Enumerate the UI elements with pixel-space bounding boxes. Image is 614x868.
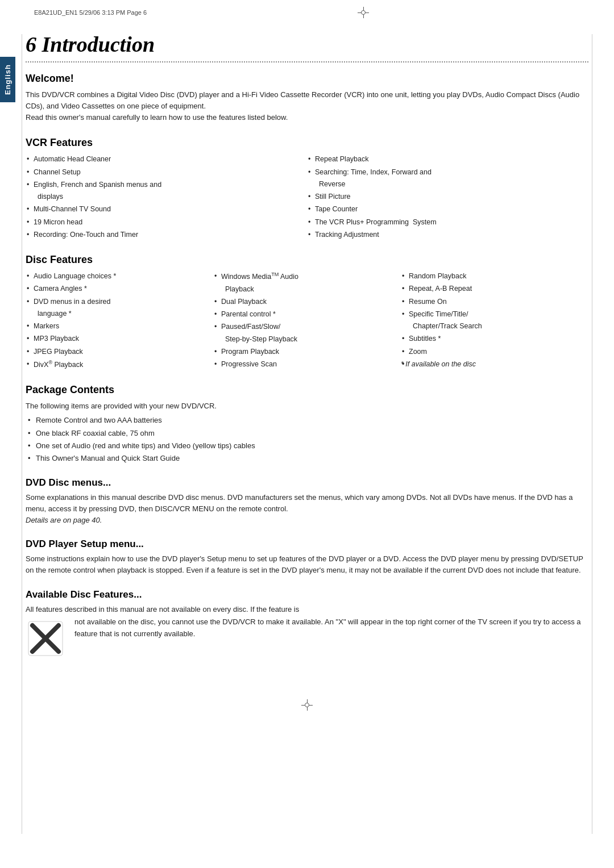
list-item: Multi-Channel TV Sound (26, 203, 307, 215)
list-item: Progressive Scan (213, 358, 401, 370)
available-disc-features-section: Available Disc Features... All features … (26, 589, 588, 659)
list-item: Subtitles * (401, 333, 588, 345)
list-item: DivX® Playback (26, 358, 213, 371)
available-disc-features-title: Available Disc Features... (26, 589, 588, 600)
welcome-section: Welcome! This DVD/VCR combines a Digital… (26, 73, 588, 123)
list-item: Tracking Adjustment (307, 229, 588, 241)
list-item: MP3 Playback (26, 333, 213, 345)
welcome-title: Welcome! (26, 73, 588, 85)
available-intro-span: All features described in this manual ar… (26, 605, 299, 614)
dvd-disc-menus-body: Some explanations in this manual describ… (26, 492, 588, 526)
list-item: Program Playback (213, 346, 401, 358)
list-item: Tape Counter (307, 203, 588, 215)
side-tab-english: English (0, 57, 15, 102)
list-item: Specific Time/Title/ Chapter/Track Searc… (401, 308, 588, 333)
list-item: 19 Micron head (26, 216, 307, 228)
disc-features-title: Disc Features (26, 254, 588, 266)
list-item: DVD menus in a desired language * (26, 296, 213, 320)
available-body: not available on the disc, you cannot us… (74, 616, 588, 640)
header-text: E8A21UD_EN1 5/29/06 3:13 PM Page 6 (34, 9, 147, 16)
list-item: Automatic Head Cleaner (26, 153, 307, 165)
list-item: * If available on the disc (401, 358, 588, 370)
disc-col1: Audio Language choices * Camera Angles *… (26, 270, 213, 372)
dotted-divider (26, 61, 588, 62)
header-crosshair-icon (358, 7, 369, 18)
vcr-features-title: VCR Features (26, 137, 588, 149)
list-item: One set of Audio (red and white tips) an… (26, 440, 588, 452)
welcome-body: This DVD/VCR combines a Digital Video Di… (26, 89, 588, 123)
list-item: Recording: One-Touch and Timer (26, 229, 307, 241)
available-intro-text: All features described in this manual ar… (26, 604, 588, 659)
disc-features-columns: Audio Language choices * Camera Angles *… (26, 270, 588, 372)
package-contents-title: Package Contents (26, 384, 588, 396)
dvd-disc-menus-title: DVD Disc menus... (26, 477, 588, 489)
x-icon (26, 619, 65, 658)
list-item: Still Picture (307, 191, 588, 203)
package-list: Remote Control and two AAA batteries One… (26, 414, 588, 464)
chapter-title: 6 Introduction (26, 32, 588, 57)
list-item: The VCR Plus+ Programming System (307, 216, 588, 228)
footer-crosshair-row (0, 694, 614, 714)
list-item: Remote Control and two AAA batteries (26, 414, 588, 427)
disc-col3: Random Playback Repeat, A-B Repeat Resum… (401, 270, 588, 372)
disc-col2: Windows MediaTM Audio Playback Dual Play… (213, 270, 401, 372)
list-item: Dual Playback (213, 296, 401, 308)
list-item: Searching: Time, Index, Forward and Reve… (307, 166, 588, 191)
available-content: All features described in this manual ar… (26, 604, 588, 659)
side-tabs: English (0, 57, 15, 102)
content-area: 6 Introduction Welcome! This DVD/VCR com… (26, 20, 588, 694)
list-item: Audio Language choices * (26, 270, 213, 282)
list-item: Resume On (401, 296, 588, 308)
footer-crosshair-icon (301, 699, 313, 711)
vcr-col2: Repeat Playback Searching: Time, Index, … (307, 153, 588, 241)
vcr-col1: Automatic Head Cleaner Channel Setup Eng… (26, 153, 307, 241)
list-item: Repeat, A-B Repeat (401, 283, 588, 295)
dvd-player-setup-title: DVD Player Setup menu... (26, 539, 588, 550)
vcr-features-columns: Automatic Head Cleaner Channel Setup Eng… (26, 153, 588, 241)
list-item: Windows MediaTM Audio Playback (213, 270, 401, 295)
dvd-disc-menus-section: DVD Disc menus... Some explanations in t… (26, 477, 588, 526)
dvd-disc-menus-details: Details are on page 40. (26, 516, 102, 524)
left-margin-line (22, 34, 22, 834)
list-item: JPEG Playback (26, 346, 213, 358)
right-margin-line (592, 34, 592, 834)
list-item: Markers (26, 320, 213, 332)
package-intro: The following items are provided with yo… (26, 400, 588, 412)
list-item: Zoom (401, 346, 588, 358)
disc-features-section: Disc Features Audio Language choices * C… (26, 254, 588, 372)
vcr-features-section: VCR Features Automatic Head Cleaner Chan… (26, 137, 588, 241)
dvd-player-setup-section: DVD Player Setup menu... Some instructio… (26, 539, 588, 576)
list-item: This Owner's Manual and Quick Start Guid… (26, 452, 588, 465)
package-contents-section: Package Contents The following items are… (26, 384, 588, 465)
list-item: Paused/Fast/Slow/ Step-by-Step Playback (213, 321, 401, 345)
list-item: Parental control * (213, 308, 401, 320)
list-item: One black RF coaxial cable, 75 ohm (26, 427, 588, 440)
list-item: English, French and Spanish menus and di… (26, 179, 307, 203)
list-item: Repeat Playback (307, 153, 588, 165)
page-wrapper: E8A21UD_EN1 5/29/06 3:13 PM Page 6 Engli… (0, 0, 614, 868)
list-item: Camera Angles * (26, 283, 213, 295)
dvd-player-setup-body: Some instructions explain how to use the… (26, 553, 588, 576)
page-header: E8A21UD_EN1 5/29/06 3:13 PM Page 6 (0, 0, 614, 20)
list-item: Channel Setup (26, 166, 307, 178)
list-item: Random Playback (401, 270, 588, 282)
